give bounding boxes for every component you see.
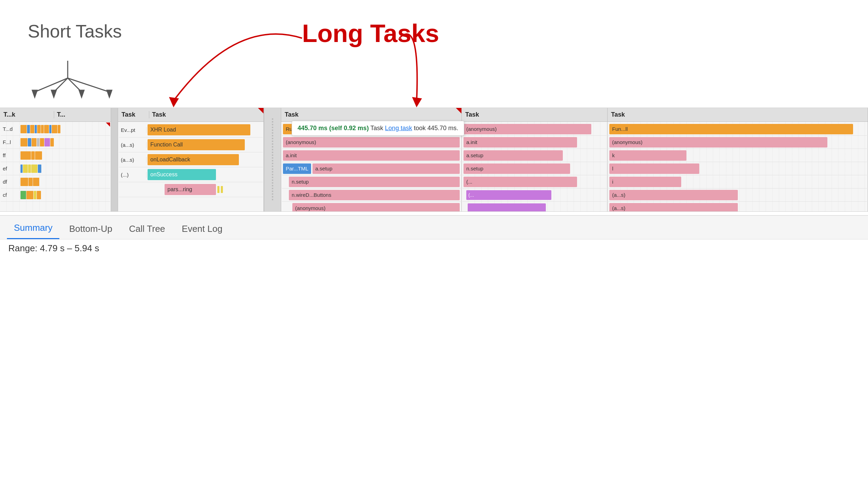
s4-row4: n.setup [462,162,607,175]
s2-header: Task Task [118,108,264,122]
s2-row5-task: pars...ring [147,182,263,197]
tab-call-tree[interactable]: Call Tree [122,219,172,239]
s1-body: T...d F...l [0,122,111,211]
svg-marker-8 [107,90,112,97]
function-call-block: Function Call [148,139,245,150]
s5-row2: (anonymous) [608,136,867,149]
divider-1 [111,108,118,211]
s4-row6: (... [462,188,607,202]
s1-row5-bars [20,175,110,188]
svg-marker-9 [170,98,178,106]
tab-event-log[interactable]: Event Log [175,219,229,239]
s1-row5-label: df [1,179,20,185]
s5-header: Task [608,108,868,122]
s2-row2-task: Function Call [147,137,263,152]
s4-row3: a.setup [462,149,607,162]
arrows-decoration [0,0,868,111]
s5-i: i [609,177,681,187]
long-tasks-middle-section: Task (anonymous) a.init a.setup n.setup … [462,108,608,211]
s1-col2-header: T... [54,111,107,118]
range-info: Range: 4.79 s – 5.94 s [8,243,99,254]
s3-ainit-row: a.init [282,149,461,162]
medium-tasks-section: Task Task Ev...pt XHR Load (a...s) Funct… [118,108,264,211]
s3-header: Task [281,108,461,122]
s1-header: T...k T... [0,108,111,122]
s3-anon-row: (anonymous) [282,136,461,149]
s5-row3: k [608,149,867,162]
s5-row6: (a...s) [608,188,867,202]
partml-block: Par...TML [283,163,311,174]
s4-task5: (... [464,177,577,187]
s5-row5: i [608,175,867,188]
s4-header-label: Task [465,111,479,118]
s4-row7 [462,202,607,211]
s2-row2-label: (a...s) [119,142,147,148]
s1-row3-bars [20,149,110,162]
divider-2 [264,108,281,211]
s3-header-label: Task [285,111,299,118]
s1-row6-bars [20,188,110,201]
s5-as1: (a...s) [609,190,738,200]
s4-task4: n.setup [464,163,570,174]
svg-marker-5 [32,90,37,97]
s5-row7: (a...s) [608,202,867,211]
s2-row1-label: Ev...pt [119,127,147,133]
anonymous-block-2: (anonymous) [292,203,460,212]
s4-row1: (anonymous) [462,123,607,136]
s1-row6-label: cf [1,192,20,198]
s2-row3-label: (a...s) [119,157,147,163]
svg-line-1 [35,78,68,92]
s3-partml-row: Par...TML a.setup [282,162,461,175]
svg-line-4 [68,78,109,92]
s3-nwire-row: n.wireD...Buttons [282,189,461,201]
pars-ring-block: pars...ring [165,184,216,195]
tab-bottom-up[interactable]: Bottom-Up [62,219,119,239]
s1-row2-bars [20,136,110,149]
s3-nsetup-row: n.setup [282,176,461,188]
anonymous-block-1: (anonymous) [283,137,460,148]
long-task-tooltip: 445.70 ms (self 0.92 ms) Task Long task … [292,121,464,136]
s4-body: (anonymous) a.init a.setup n.setup (... [462,122,607,211]
short-tasks-label: Short Tasks [28,21,122,42]
svg-line-3 [68,78,82,92]
bottom-tabs-bar: Summary Bottom-Up Call Tree Event Log [0,215,868,239]
s1-row4-label: ef [1,166,20,171]
s2-row3-task: onLoadCallback [147,152,263,167]
s4-task1: (anonymous) [464,124,591,134]
s2-row1-task: XHR Load [147,123,263,137]
s1-row1-label: T...d [1,126,20,132]
s2-col1-header: Task [122,111,149,118]
s1-row4-bars [20,162,110,175]
s4-task7 [468,203,546,212]
on-success-block: onSuccess [148,169,216,180]
s4-task3: a.setup [464,150,563,161]
svg-marker-10 [413,98,421,106]
s5-body: Fun...ll (anonymous) k l i (a...s) [608,122,868,211]
s2-row4-task: onSuccess [147,167,263,182]
s1-row2-label: F...l [1,139,20,145]
long-tasks-label: Long Tasks [302,19,439,48]
funll-block: Fun...ll [609,124,853,134]
s2-col2-header: Task [149,111,260,118]
tooltip-long-task-link[interactable]: Long task [385,125,412,132]
tooltip-time-value: 445.70 ms (self 0.92 ms) [298,125,369,132]
onload-callback-block: onLoadCallback [148,154,239,165]
tab-summary[interactable]: Summary [7,218,59,239]
s5-row1: Fun...ll [608,123,867,136]
s4-task6: (... [466,190,551,200]
tooltip-text-before: Task [370,125,385,132]
short-tasks-section: T...k T... T...d [0,108,111,211]
s1-col1-header: T...k [3,111,54,118]
s4-header: Task [462,108,607,122]
asetup-block: a.setup [312,163,460,174]
s5-k: k [609,150,686,161]
nwire-block: n.wireD...Buttons [289,190,460,200]
nsetup-block: n.setup [289,177,460,187]
s1-row3-label: ff [1,152,20,158]
xhr-load-block: XHR Load [148,124,250,135]
svg-line-2 [54,78,68,92]
s1-row1-bars [20,123,110,135]
s5-header-label: Task [611,111,625,118]
s4-task2: a.init [464,137,577,148]
s3-anon2-row: (anonymous) [282,202,461,212]
